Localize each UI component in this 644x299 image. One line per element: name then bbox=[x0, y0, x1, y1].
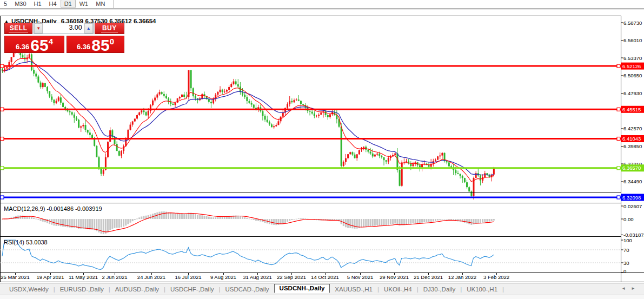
date-axis-label: 21 Dec 2021 bbox=[414, 274, 443, 280]
buy-button-label: BUY bbox=[101, 24, 118, 33]
rsi-axis: 10070300 bbox=[621, 237, 632, 274]
date-axis-label: 5 Nov 2021 bbox=[347, 274, 374, 280]
triangle-up-icon: ▲ bbox=[87, 26, 91, 31]
macd-label: MACD(12,26,9) -0.001486 -0.003919 bbox=[4, 205, 102, 212]
date-axis-label: 22 Sep 2021 bbox=[277, 274, 306, 280]
rsi-value: 53.0038 bbox=[26, 239, 48, 245]
rsi-levels bbox=[0, 250, 621, 263]
line-handle[interactable] bbox=[617, 64, 620, 68]
price-axis-label: 6.58730 bbox=[623, 20, 642, 26]
candlestick-series bbox=[2, 46, 495, 200]
date-axis-label: 11 May 2021 bbox=[69, 274, 98, 280]
date-axis-label: 16 Jul 2021 bbox=[175, 274, 201, 280]
chart-tab-ukoil-h4[interactable]: UKOil-,H4 bbox=[379, 285, 417, 293]
buy-price-prefix: 6.36 bbox=[77, 43, 90, 51]
date-axis-label: 29 Nov 2021 bbox=[380, 274, 409, 280]
rsi-axis-label: 0 bbox=[623, 268, 626, 274]
chart-tab-usdx-weekly[interactable]: USDX,Weekly bbox=[4, 285, 54, 293]
date-axis-label: 2 Jun 2021 bbox=[102, 274, 127, 280]
date-axis-label: 14 Oct 2021 bbox=[311, 274, 339, 280]
price-axis-label: 6.39850 bbox=[623, 143, 642, 149]
line-handle[interactable] bbox=[1, 108, 4, 111]
macd-axis: 0.026070.00-0.031872 bbox=[621, 203, 644, 238]
buy-price-sup: 0 bbox=[110, 37, 114, 46]
timeframe-button-5[interactable]: 5 bbox=[0, 0, 11, 8]
price-badge-label: 6.45515 bbox=[622, 107, 641, 112]
macd-histogram bbox=[2, 211, 495, 234]
date-axis-label: 9 Aug 2021 bbox=[210, 274, 236, 280]
date-axis: 25 Mar 202119 Apr 202111 May 20212 Jun 2… bbox=[1, 273, 509, 281]
timeframe-button-M30[interactable]: M30 bbox=[11, 0, 30, 8]
rsi-label: RSI(14) 53.0038 bbox=[4, 239, 48, 245]
chart-tab-uk100-h1[interactable]: UK100-,H1 bbox=[462, 285, 502, 293]
timeframe-button-H1[interactable]: H1 bbox=[30, 0, 45, 8]
line-handle[interactable] bbox=[1, 196, 4, 199]
rsi-axis-label: 70 bbox=[623, 247, 629, 253]
line-handle[interactable] bbox=[617, 196, 620, 199]
tab-scroll-right-icon[interactable]: ► bbox=[631, 286, 641, 291]
toolbar-separator bbox=[114, 0, 115, 8]
timeframe-toolbar: 5M30H1H4D1W1MN bbox=[0, 0, 644, 8]
tab-scroll-left-icon[interactable]: ◄ bbox=[621, 286, 631, 291]
volume-input[interactable]: 3.00 bbox=[43, 23, 84, 34]
bottom-strip bbox=[0, 295, 644, 299]
volume-decrease-button[interactable]: ▼ bbox=[34, 23, 43, 34]
horizontal-line-6.36570[interactable]: 6.36570 bbox=[0, 164, 644, 171]
one-click-trade-panel: SELL ▼ 3.00 ▲ BUY 6.36 65 4 6.36 85 0 bbox=[4, 23, 124, 53]
price-axis-label: 6.34490 bbox=[623, 178, 642, 184]
timeframe-button-H4[interactable]: H4 bbox=[45, 0, 61, 8]
buy-price-display[interactable]: 6.36 85 0 bbox=[67, 36, 124, 53]
rsi-axis-label: 100 bbox=[623, 237, 632, 243]
macd-axis-label: 0.02607 bbox=[623, 203, 642, 209]
tab-separator: | bbox=[502, 286, 504, 293]
price-axis-label: 6.56010 bbox=[623, 37, 642, 43]
buy-price-big: 85 bbox=[91, 38, 109, 52]
price-axis-label: 6.42570 bbox=[623, 125, 642, 131]
volume-increase-button[interactable]: ▲ bbox=[84, 23, 93, 34]
sell-button[interactable]: SELL bbox=[4, 23, 32, 34]
chart-tab-eurusd-daily[interactable]: EURUSD-,Daily bbox=[55, 285, 109, 293]
chart-tab-usdchf-daily[interactable]: USDCHF-,Daily bbox=[165, 285, 219, 293]
rsi-line bbox=[2, 240, 494, 269]
rsi-axis-label: 30 bbox=[623, 260, 629, 266]
price-badge-label: 6.52126 bbox=[622, 63, 641, 69]
date-axis-label: 31 Aug 2021 bbox=[243, 274, 271, 280]
sell-price-display[interactable]: 6.36 65 4 bbox=[4, 36, 64, 53]
sell-price-prefix: 6.36 bbox=[16, 43, 29, 51]
line-handle[interactable] bbox=[1, 64, 4, 68]
horizontal-line-6.52126[interactable]: 6.52126 bbox=[0, 63, 644, 70]
horizontal-line-6.32098[interactable]: 6.32098 bbox=[0, 194, 644, 201]
rsi-name: RSI(14) bbox=[4, 239, 24, 245]
timeframe-button-D1[interactable]: D1 bbox=[61, 0, 76, 8]
price-axis-label: 6.53370 bbox=[623, 55, 642, 61]
date-axis-label: 25 Mar 2021 bbox=[1, 274, 29, 280]
date-axis-label: 3 Feb 2022 bbox=[483, 274, 509, 280]
tab-scroll-arrows: ◄► bbox=[621, 286, 641, 291]
line-handle[interactable] bbox=[617, 167, 620, 170]
price-badge-label: 6.36570 bbox=[622, 165, 641, 171]
sell-price-big: 65 bbox=[30, 38, 48, 52]
price-badge-label: 6.41043 bbox=[622, 136, 641, 142]
chart-tab-bar: USDX,Weekly|EURUSD-,Daily|AUDUSD-,Daily|… bbox=[0, 283, 644, 295]
line-handle[interactable] bbox=[617, 137, 620, 141]
date-axis-label: 24 Jun 2021 bbox=[137, 274, 165, 280]
line-handle[interactable] bbox=[1, 167, 4, 170]
macd-axis-label: 0.00 bbox=[623, 216, 634, 222]
chart-tab-audusd-daily[interactable]: AUDUSD-,Daily bbox=[110, 285, 164, 293]
line-handle[interactable] bbox=[617, 108, 620, 111]
timeframe-button-MN[interactable]: MN bbox=[92, 0, 109, 8]
toolbar-divider bbox=[0, 8, 644, 10]
macd-name: MACD(12,26,9) bbox=[4, 205, 45, 212]
chart-tab-usdcad-daily[interactable]: USDCAD-,Daily bbox=[220, 285, 274, 293]
line-handle[interactable] bbox=[1, 137, 4, 141]
volume-spinner: ▼ 3.00 ▲ bbox=[34, 23, 93, 34]
timeframe-button-W1[interactable]: W1 bbox=[76, 0, 92, 8]
chart-tab-dj30-daily[interactable]: DJ30-,Daily bbox=[419, 285, 460, 293]
macd-values: -0.001486 -0.003919 bbox=[47, 205, 102, 212]
chart-tab-xauusd-h1[interactable]: XAUUSD-,H1 bbox=[330, 285, 377, 293]
buy-button[interactable]: BUY bbox=[95, 23, 124, 34]
price-axis-label: 6.50650 bbox=[623, 72, 642, 78]
chart-tab-usdcnh-daily[interactable]: USDCNH-,Daily bbox=[274, 284, 330, 293]
date-axis-label: 19 Apr 2021 bbox=[36, 274, 64, 280]
sell-button-label: SELL bbox=[9, 24, 29, 33]
